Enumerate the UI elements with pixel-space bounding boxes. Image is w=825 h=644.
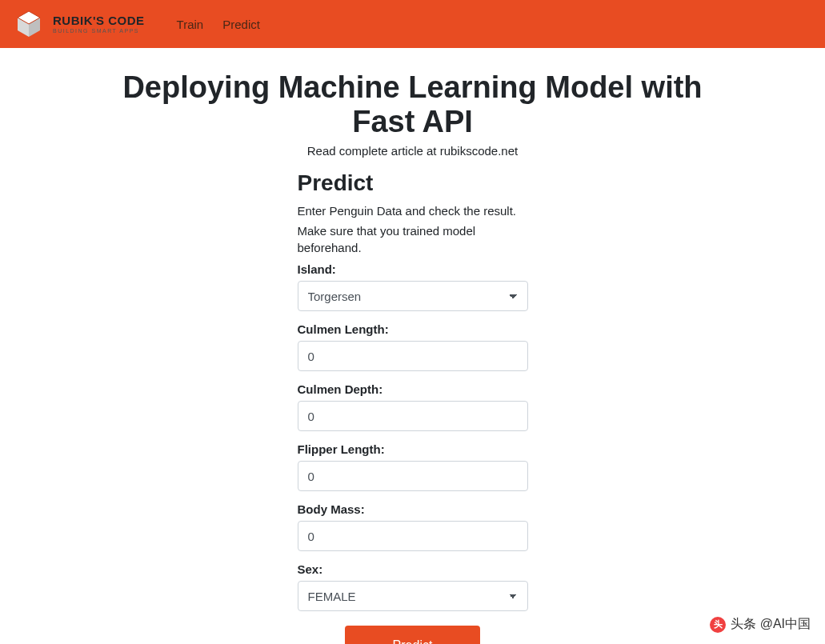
sex-select[interactable]: FEMALE [298, 581, 528, 611]
sex-label: Sex: [298, 562, 528, 576]
navbar: RUBIK'S CODE BUILDING SMART APPS Train P… [0, 0, 825, 48]
cube-logo-icon [13, 8, 45, 40]
main-container: Deploying Machine Learning Model with Fa… [93, 48, 733, 644]
watermark-text: 头条 @AI中国 [731, 616, 811, 633]
nav-links: Train Predict [177, 18, 260, 31]
nav-link-train[interactable]: Train [177, 18, 204, 31]
form-desc-1: Enter Penguin Data and check the result. [298, 202, 528, 219]
brand-title: RUBIK'S CODE [53, 14, 145, 26]
flipper-length-label: Flipper Length: [298, 442, 528, 456]
brand-subtitle: BUILDING SMART APPS [53, 28, 145, 34]
culmen-depth-input[interactable] [298, 401, 528, 431]
predict-button[interactable]: Predict [345, 626, 481, 644]
form-title: Predict [298, 170, 528, 196]
body-mass-input[interactable] [298, 521, 528, 551]
page-title: Deploying Machine Learning Model with Fa… [106, 70, 720, 139]
island-label: Island: [298, 262, 528, 276]
nav-link-predict[interactable]: Predict [222, 18, 260, 31]
culmen-length-label: Culmen Length: [298, 322, 528, 336]
culmen-depth-label: Culmen Depth: [298, 382, 528, 396]
brand[interactable]: RUBIK'S CODE BUILDING SMART APPS [13, 8, 145, 40]
page-subtitle: Read complete article at rubikscode.net [106, 144, 720, 158]
body-mass-label: Body Mass: [298, 502, 528, 516]
watermark: 头 头条 @AI中国 [710, 616, 811, 633]
predict-form: Predict Enter Penguin Data and check the… [298, 170, 528, 644]
watermark-icon: 头 [710, 617, 726, 633]
island-select[interactable]: Torgersen [298, 281, 528, 311]
form-desc-2: Make sure that you trained model beforeh… [298, 222, 528, 256]
culmen-length-input[interactable] [298, 341, 528, 371]
flipper-length-input[interactable] [298, 461, 528, 491]
